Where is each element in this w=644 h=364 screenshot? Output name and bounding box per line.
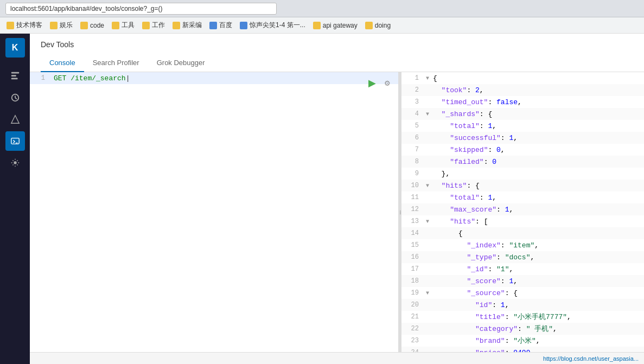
- output-line-number-9: 9: [401, 170, 423, 177]
- output-line-5: 5 "total": 1,: [401, 120, 644, 132]
- bookmark-icon-1: [50, 22, 58, 29]
- output-line-1: 1▼{: [401, 72, 644, 84]
- output-line-content-14: {: [432, 229, 644, 238]
- output-line-number-14: 14: [401, 229, 423, 237]
- output-line-content-23: "brand": "小米",: [432, 336, 644, 346]
- output-line-16: 16 "_type": "docs",: [401, 251, 644, 263]
- sidebar-icon-5[interactable]: [5, 153, 25, 173]
- output-line-number-21: 21: [401, 313, 423, 321]
- output-line-toggle-19[interactable]: ▼: [423, 290, 432, 296]
- output-line-toggle-4[interactable]: ▼: [423, 111, 432, 117]
- main-content: Dev Tools Console Search Profiler Grok D…: [30, 34, 644, 364]
- output-line-content-7: "skipped": 0,: [432, 146, 644, 154]
- editor-panel: 1 GET /item/_search ▶ ⚙ ··· 1▼{2 "took":…: [30, 72, 644, 352]
- output-line-7: 7 "skipped": 0,: [401, 144, 644, 156]
- output-line-number-10: 10: [401, 182, 423, 189]
- output-line-content-8: "failed": 0: [432, 158, 644, 166]
- dev-tools-header: Dev Tools Console Search Profiler Grok D…: [30, 34, 644, 72]
- editor-line-1[interactable]: 1 GET /item/_search: [30, 72, 398, 84]
- output-line-content-9: },: [432, 170, 644, 178]
- tab-console[interactable]: Console: [41, 54, 84, 72]
- bookmark-item-0[interactable]: 技术博客: [3, 19, 46, 31]
- bookmark-item-1[interactable]: 娱乐: [47, 19, 76, 31]
- output-line-10: 10▼ "hits": {: [401, 180, 644, 191]
- bookmark-label-1: 娱乐: [60, 21, 73, 30]
- output-line-3: 3 "timed_out": false,: [401, 96, 644, 108]
- sidebar-icon-3[interactable]: [5, 110, 25, 129]
- line-number-1: 1: [30, 74, 52, 82]
- sidebar-icon-devtools[interactable]: [5, 131, 25, 151]
- output-line-content-2: "took": 2,: [432, 86, 644, 94]
- output-line-number-19: 19: [401, 289, 423, 297]
- output-line-content-12: "max_score": 1,: [432, 206, 644, 214]
- bookmark-item-5[interactable]: 新采编: [169, 19, 205, 31]
- sidebar: K: [0, 34, 30, 364]
- bookmark-icon-3: [112, 22, 119, 29]
- bookmark-icon-4: [142, 22, 150, 29]
- bookmark-label-2: code: [90, 22, 104, 29]
- output-line-content-1: {: [432, 74, 644, 82]
- run-button[interactable]: ▶: [366, 76, 379, 90]
- kibana-logo: K: [5, 38, 25, 58]
- browser-bar: localhost:5601/app/kibana#/dev_tools/con…: [0, 0, 644, 17]
- output-line-content-18: "_score": 1,: [432, 277, 644, 285]
- output-line-number-2: 2: [401, 86, 423, 94]
- bookmark-item-2[interactable]: code: [77, 20, 107, 31]
- bookmark-item-4[interactable]: 工作: [139, 19, 168, 31]
- output-line-number-15: 15: [401, 241, 423, 249]
- editor-toolbar: ▶ ⚙: [366, 76, 394, 90]
- bookmarks-bar: 技术博客娱乐code工具工作新采编百度惊声尖笑1-4 第一...api gate…: [0, 17, 644, 34]
- tab-search-profiler[interactable]: Search Profiler: [84, 54, 148, 72]
- output-line-11: 11 "total": 1,: [401, 191, 644, 203]
- svg-rect-2: [11, 78, 17, 80]
- svg-rect-6: [11, 138, 18, 144]
- bookmark-icon-8: [313, 22, 321, 29]
- output-line-toggle-13[interactable]: ▼: [423, 219, 432, 225]
- bookmark-label-4: 工作: [152, 21, 165, 30]
- bookmark-item-3[interactable]: 工具: [109, 19, 138, 31]
- output-line-number-12: 12: [401, 206, 423, 213]
- output-line-19: 19▼ "_source": {: [401, 287, 644, 299]
- output-line-content-11: "total": 1,: [432, 194, 644, 202]
- bookmark-item-6[interactable]: 百度: [206, 19, 235, 31]
- output-line-number-11: 11: [401, 194, 423, 201]
- output-line-toggle-10[interactable]: ▼: [423, 183, 432, 189]
- bookmark-label-9: doing: [375, 22, 391, 29]
- bookmark-item-7[interactable]: 惊声尖笑1-4 第一...: [237, 19, 309, 31]
- editor-content[interactable]: 1 GET /item/_search: [30, 72, 398, 352]
- bookmark-label-0: 技术博客: [16, 21, 42, 30]
- output-line-24: 24 "price": 9499,: [401, 347, 644, 352]
- output-line-18: 18 "_score": 1,: [401, 275, 644, 287]
- output-line-12: 12 "max_score": 1,: [401, 203, 644, 215]
- output-line-content-5: "total": 1,: [432, 122, 644, 130]
- output-line-content-3: "timed_out": false,: [432, 98, 644, 106]
- bookmark-label-5: 新采编: [182, 21, 202, 30]
- sidebar-icon-1[interactable]: [5, 66, 25, 86]
- bookmark-item-9[interactable]: doing: [362, 20, 394, 31]
- output-line-13: 13▼ "hits": [: [401, 215, 644, 227]
- output-line-number-8: 8: [401, 158, 423, 165]
- output-line-toggle-1[interactable]: ▼: [423, 75, 432, 81]
- tabs-container: Console Search Profiler Grok Debugger: [41, 54, 633, 72]
- status-bar: https://blog.csdn.net/user_aspasia...: [30, 352, 644, 364]
- sidebar-icon-2[interactable]: [5, 88, 25, 107]
- output-line-content-21: "title": "小米手机7777",: [432, 312, 644, 322]
- settings-button[interactable]: ⚙: [381, 76, 394, 90]
- output-line-content-20: "id": 1,: [432, 301, 644, 309]
- output-line-15: 15 "_index": "item",: [401, 239, 644, 251]
- bookmark-icon-7: [240, 22, 247, 29]
- line-content-1[interactable]: GET /item/_search: [52, 74, 398, 82]
- output-line-6: 6 "successful": 1,: [401, 132, 644, 144]
- url-bar[interactable]: localhost:5601/app/kibana#/dev_tools/con…: [5, 3, 277, 15]
- output-line-8: 8 "failed": 0: [401, 156, 644, 168]
- tab-grok-debugger[interactable]: Grok Debugger: [148, 54, 214, 72]
- svg-rect-0: [11, 72, 18, 74]
- bookmark-icon-0: [7, 22, 14, 29]
- output-line-content-19: "_source": {: [432, 289, 644, 297]
- output-line-content-13: "hits": [: [432, 218, 644, 226]
- app-container: K Dev Tools Console Search Profiler Grok…: [0, 34, 644, 364]
- output-line-17: 17 "_id": "1",: [401, 263, 644, 275]
- output-line-23: 23 "brand": "小米",: [401, 335, 644, 347]
- bookmark-item-8[interactable]: api gateway: [310, 20, 361, 31]
- left-editor: 1 GET /item/_search ▶ ⚙: [30, 72, 399, 352]
